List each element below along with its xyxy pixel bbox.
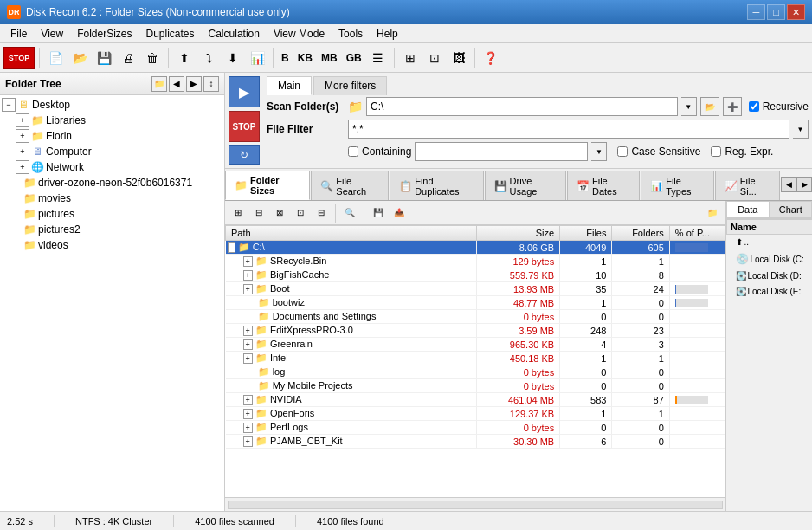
table-row[interactable]: 📁 bootwiz 48.77 MB 1 0 <box>226 296 725 310</box>
tab-file-sizes[interactable]: 📈 File Si... <box>715 171 780 200</box>
export-btn[interactable]: 📤 <box>390 204 409 223</box>
tab-drive-usage[interactable]: 💾 Drive Usage <box>485 171 566 200</box>
tab-file-dates[interactable]: 📅 File Dates <box>567 171 640 200</box>
col-size[interactable]: Size <box>476 226 560 241</box>
table-row[interactable]: + 📁 BigFishCache 559.79 KB 10 8 <box>226 268 725 282</box>
expand-level2[interactable]: ⊠ <box>270 204 289 223</box>
nav-btn[interactable]: 📁 <box>703 204 722 223</box>
tree-item[interactable]: 📁 movies <box>0 191 224 206</box>
refresh-button[interactable]: ↻ <box>229 145 260 165</box>
sidebar-tab-chart[interactable]: Chart <box>770 201 813 218</box>
tb-icon-10[interactable]: ☰ <box>367 47 390 69</box>
tree-nav-expand[interactable]: ↕ <box>203 76 219 92</box>
tab-find-duplicates[interactable]: 📋 Find Duplicates <box>390 171 483 200</box>
tb-icon-5[interactable]: 🗑 <box>141 47 164 69</box>
tb-icon-6[interactable]: ⬆ <box>173 47 196 69</box>
sidebar-tab-data[interactable]: Data <box>726 201 770 218</box>
tb-icon-9[interactable]: 📊 <box>246 47 268 69</box>
tree-item[interactable]: + 🖥 Computer <box>0 144 224 159</box>
tab-file-search[interactable]: 🔍 File Search <box>311 171 389 200</box>
col-files[interactable]: Files <box>560 226 612 241</box>
expand-icon[interactable]: − <box>2 98 16 112</box>
tb-icon-8[interactable]: ⬇ <box>222 47 244 69</box>
tb-bytes[interactable]: B <box>278 50 293 66</box>
table-row[interactable]: 📁 log 0 bytes 0 0 <box>226 365 725 379</box>
scan-folder-input[interactable] <box>366 97 678 116</box>
menu-file[interactable]: File <box>3 26 34 42</box>
tree-nav-forward[interactable]: ▶ <box>186 76 202 92</box>
expand-level3[interactable]: ⊡ <box>291 204 310 223</box>
tb-icon-3[interactable]: 💾 <box>93 47 115 69</box>
scan-button[interactable]: ▶ <box>229 76 260 107</box>
containing-input[interactable] <box>415 142 588 161</box>
tb-icon-12[interactable]: ⊡ <box>423 47 446 69</box>
table-row[interactable]: 📁 My Mobile Projects 0 bytes 0 0 <box>226 379 725 393</box>
expand-icon[interactable]: + <box>16 160 29 174</box>
stop-scan-button[interactable]: STOP <box>229 111 260 142</box>
table-row[interactable]: + 📁 SRecycle.Bin 129 bytes 1 1 <box>226 255 725 268</box>
expand-icon[interactable]: + <box>16 145 29 158</box>
tree-item[interactable]: + 📁 Libraries <box>0 113 224 128</box>
menu-tools[interactable]: Tools <box>332 26 370 42</box>
close-button[interactable]: ✕ <box>787 4 805 20</box>
save-results[interactable]: 💾 <box>369 204 388 223</box>
filter-btn[interactable]: 🔍 <box>340 204 359 223</box>
containing-checkbox[interactable] <box>348 146 358 157</box>
expand-icon[interactable]: + <box>16 129 29 143</box>
h-scrollbar[interactable] <box>225 497 725 511</box>
tab-file-types[interactable]: 📊 File Types <box>641 171 714 200</box>
tree-item[interactable]: 📁 driver-ozone-neon-52f0b6016371 <box>0 175 224 191</box>
tb-icon-7[interactable]: ⤵ <box>197 47 220 69</box>
expand-all[interactable]: ⊞ <box>229 204 248 223</box>
table-row[interactable]: + 📁 Boot 13.93 MB 35 24 <box>226 282 725 296</box>
more-tabs-right[interactable]: ▶ <box>796 177 812 192</box>
containing-dropdown[interactable]: ▼ <box>591 142 607 161</box>
browse-button[interactable]: 📂 <box>700 97 719 116</box>
stop-button[interactable]: STOP <box>3 47 35 69</box>
tree-item[interactable]: + 🌐 Network <box>0 159 224 175</box>
maximize-button[interactable]: □ <box>767 4 785 20</box>
tb-kb[interactable]: KB <box>294 50 316 66</box>
case-sensitive-checkbox[interactable] <box>617 146 628 157</box>
main-tab[interactable]: Main <box>267 76 312 95</box>
tb-mb[interactable]: MB <box>318 50 341 66</box>
reg-expr-checkbox[interactable] <box>711 146 721 157</box>
menu-foldersizes[interactable]: FolderSizes <box>70 26 139 42</box>
tree-item[interactable]: 📁 pictures2 <box>0 222 224 237</box>
table-row[interactable]: + 📁 OpenForis 129.37 KB 1 1 <box>226 407 725 421</box>
tree-item[interactable]: + 📁 Florin <box>0 128 224 144</box>
tb-icon-4[interactable]: 🖨 <box>117 47 139 69</box>
tree-item[interactable]: 📁 videos <box>0 237 224 253</box>
add-button[interactable]: ➕ <box>723 97 742 116</box>
more-filters-tab[interactable]: More filters <box>313 76 387 95</box>
table-row[interactable]: - 📁 C:\ 8.06 GB 4049 605 <box>226 241 725 255</box>
recursive-checkbox[interactable] <box>749 101 759 112</box>
tb-icon-11[interactable]: ⊞ <box>399 47 422 69</box>
menu-duplicates[interactable]: Duplicates <box>139 26 202 42</box>
sidebar-row[interactable]: 💽 Local Disk (E: <box>727 284 813 300</box>
tree-item[interactable]: 📁 pictures <box>0 206 224 222</box>
file-filter-dropdown[interactable]: ▼ <box>793 120 809 139</box>
menu-calculation[interactable]: Calculation <box>202 26 267 42</box>
col-path[interactable]: Path <box>226 226 477 241</box>
tb-gb[interactable]: GB <box>343 50 365 66</box>
expand-level1[interactable]: ⊟ <box>249 204 268 223</box>
table-row[interactable]: + 📁 Greenrain 965.30 KB 4 3 <box>226 338 725 352</box>
expand-icon[interactable]: + <box>16 113 29 127</box>
tb-icon-2[interactable]: 📂 <box>68 47 91 69</box>
table-row[interactable]: + 📁 PerfLogs 0 bytes 0 0 <box>226 421 725 435</box>
file-filter-input[interactable] <box>348 120 789 139</box>
col-pct[interactable]: % of P... <box>669 226 725 241</box>
menu-view[interactable]: View <box>34 26 70 42</box>
sidebar-col-name[interactable]: Name <box>727 220 813 235</box>
col-folders[interactable]: Folders <box>612 226 669 241</box>
scan-folder-dropdown[interactable]: ▼ <box>681 97 697 116</box>
table-row[interactable]: + 📁 EditXpressPRO-3.0 3.59 MB 248 23 <box>226 324 725 338</box>
tb-icon-1[interactable]: 📄 <box>44 47 67 69</box>
sidebar-row[interactable]: ⬆ .. <box>727 235 813 250</box>
more-tabs-left[interactable]: ◀ <box>781 177 796 192</box>
minimize-button[interactable]: ─ <box>747 4 765 20</box>
tab-folder-sizes[interactable]: 📁 Folder Sizes <box>225 171 310 200</box>
table-row[interactable]: 📁 Documents and Settings 0 bytes 0 0 <box>226 310 725 324</box>
table-row[interactable]: + 📁 PJAMB_CBT_Kit 30.30 MB 6 0 <box>226 435 725 449</box>
